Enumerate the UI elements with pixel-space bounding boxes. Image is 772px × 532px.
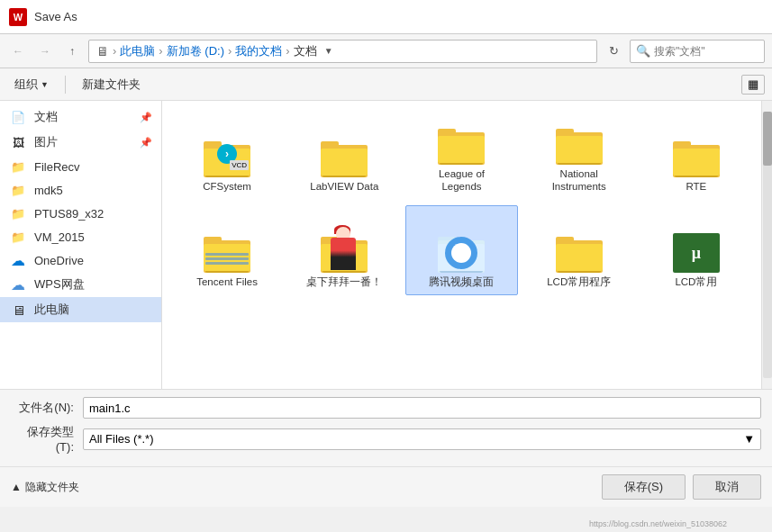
toolbar-separator <box>65 76 66 94</box>
new-folder-button[interactable]: 新建文件夹 <box>75 74 148 95</box>
file-item-national[interactable]: National Instruments <box>523 110 635 200</box>
file-item-labview[interactable]: LabVIEW Data <box>288 110 400 200</box>
file-label-labview: LabVIEW Data <box>310 181 378 194</box>
scrollbar-track <box>763 112 772 378</box>
file-item-lcd1[interactable]: LCD常用程序 <box>523 205 635 295</box>
wps-icon: ☁ <box>9 277 27 292</box>
path-part-4: 文档 <box>294 43 317 59</box>
mu-icon: μ <box>673 233 720 273</box>
back-button[interactable]: ← <box>7 41 29 62</box>
filename-label: 文件名(N): <box>11 400 83 416</box>
pc-icon: 🖥 <box>9 302 27 317</box>
save-buttons-group: 保存(S) 取消 <box>602 474 761 500</box>
file-label-anime: 桌下拜拜一番！ <box>306 276 382 289</box>
file-label-lcd1: LCD常用程序 <box>547 276 611 289</box>
search-icon: 🔍 <box>636 44 650 58</box>
app-icon: W <box>9 8 27 26</box>
bottom-fields-area: 文件名(N): 保存类型(T): All Files (*.*) ▼ <box>0 389 772 466</box>
filetype-dropdown[interactable]: All Files (*.*) ▼ <box>83 428 761 450</box>
sidebar-label-vm2015: VM_2015 <box>34 230 152 244</box>
save-button[interactable]: 保存(S) <box>602 474 686 500</box>
folder-icon-vm2015: 📁 <box>9 230 27 244</box>
search-box: 🔍 <box>630 40 765 63</box>
toolbar: 组织 ▼ 新建文件夹 ▦ <box>0 68 772 101</box>
sidebar-label-onedrive: OneDrive <box>34 254 152 267</box>
file-item-league[interactable]: League of Legends <box>405 110 517 200</box>
folder-icon-ptus89: 📁 <box>9 206 27 221</box>
sidebar-label-ptus89: PTUS89_x32 <box>34 207 152 221</box>
sidebar-item-vm2015[interactable]: 📁 VM_2015 <box>0 225 161 248</box>
sidebar-label-wpsdisk: WPS网盘 <box>34 276 152 293</box>
file-label-cfsystem: CFSystem <box>203 181 251 194</box>
sidebar-item-documents[interactable]: 📄 文档 📌 <box>0 104 161 130</box>
path-part-3[interactable]: 我的文档 <box>235 43 282 59</box>
sidebar-item-wpsdisk[interactable]: ☁ WPS网盘 <box>0 272 161 297</box>
file-item-anime[interactable]: 桌下拜拜一番！ <box>288 205 400 295</box>
filetype-row: 保存类型(T): All Files (*.*) ▼ <box>11 424 761 454</box>
anime-overlay <box>321 237 368 273</box>
title-bar: W Save As <box>0 0 772 34</box>
address-path: 🖥 › 此电脑 › 新加卷 (D:) › 我的文档 › 文档 ▼ <box>88 40 597 63</box>
file-label-rte: RTE <box>686 181 706 194</box>
file-label-qqbrowser: 腾讯视频桌面 <box>429 276 494 289</box>
qq-icon <box>445 237 477 269</box>
sidebar-label-pictures: 图片 <box>34 134 132 150</box>
pin-icon-pictures: 📌 <box>140 137 152 149</box>
file-label-national: National Instruments <box>539 168 620 194</box>
search-input[interactable] <box>654 45 758 58</box>
dropdown-arrow-icon: ▼ <box>743 432 755 446</box>
document-icon: 📄 <box>9 110 27 124</box>
picture-icon: 🖼 <box>9 135 27 149</box>
scrollbar[interactable] <box>761 101 772 389</box>
refresh-button[interactable]: ↻ <box>603 41 624 62</box>
chevron-up-icon: ▲ <box>11 481 22 493</box>
onedrive-icon: ☁ <box>9 253 27 267</box>
sidebar: 📄 文档 📌 🖼 图片 📌 📁 FileRecv 📁 mdk5 📁 PTUS89… <box>0 101 162 389</box>
watermark: https://blog.csdn.net/weixin_51038062 <box>589 519 727 528</box>
main-area: 📄 文档 📌 🖼 图片 📌 📁 FileRecv 📁 mdk5 📁 PTUS89… <box>0 101 772 389</box>
sidebar-item-thispc[interactable]: 🖥 此电脑 <box>0 297 161 322</box>
sidebar-label-filerecv: FileRecv <box>34 160 152 174</box>
scrollbar-thumb[interactable] <box>763 112 772 166</box>
pin-icon-documents: 📌 <box>140 112 152 123</box>
sidebar-item-ptus89[interactable]: 📁 PTUS89_x32 <box>0 202 161 225</box>
file-grid: › VCD CFSystem LabVIEW Data <box>162 101 761 389</box>
folder-icon-mdk5: 📁 <box>9 183 27 197</box>
sidebar-label-documents: 文档 <box>34 109 132 125</box>
sidebar-item-mdk5[interactable]: 📁 mdk5 <box>0 178 161 202</box>
vcd-badge: VCD <box>230 160 249 170</box>
sidebar-item-filerecv[interactable]: 📁 FileRecv <box>0 155 161 178</box>
file-item-rte[interactable]: RTE <box>640 110 752 200</box>
sidebar-item-onedrive[interactable]: ☁ OneDrive <box>0 248 161 272</box>
file-label-tencent: Tencent Files <box>196 276 258 289</box>
path-part-2[interactable]: 新加卷 (D:) <box>167 43 224 59</box>
path-icon: 🖥 <box>96 44 109 59</box>
sidebar-item-pictures[interactable]: 🖼 图片 📌 <box>0 130 161 155</box>
filename-input[interactable] <box>83 397 761 419</box>
organize-button[interactable]: 组织 ▼ <box>7 74 56 95</box>
path-part-1[interactable]: 此电脑 <box>120 43 155 59</box>
folder-icon-filerecv: 📁 <box>9 159 27 174</box>
file-label-league: League of Legends <box>421 168 502 194</box>
cancel-button[interactable]: 取消 <box>693 474 761 500</box>
file-label-lcd2: LCD常用 <box>675 276 717 289</box>
address-bar: ← → ↑ 🖥 › 此电脑 › 新加卷 (D:) › 我的文档 › 文档 ▼ ↻… <box>0 34 772 68</box>
sidebar-label-thispc: 此电脑 <box>34 302 152 318</box>
view-toggle-button[interactable]: ▦ <box>741 75 765 95</box>
sidebar-label-mdk5: mdk5 <box>34 184 152 197</box>
up-button[interactable]: ↑ <box>61 41 83 62</box>
file-item-tencent[interactable]: Tencent Files <box>171 205 283 295</box>
file-item-lcd2[interactable]: μ LCD常用 <box>640 205 752 295</box>
hide-folders-toggle[interactable]: ▲ 隐藏文件夹 <box>11 480 79 495</box>
file-item-cfsystem[interactable]: › VCD CFSystem <box>171 110 283 200</box>
dialog-title: Save As <box>34 10 77 23</box>
save-row: ▲ 隐藏文件夹 保存(S) 取消 <box>0 466 772 507</box>
file-item-qqbrowser[interactable]: 腾讯视频桌面 <box>405 205 517 295</box>
forward-button[interactable]: → <box>34 41 56 62</box>
filetype-label: 保存类型(T): <box>11 424 83 454</box>
folder-stripes <box>205 253 249 271</box>
filename-row: 文件名(N): <box>11 397 761 419</box>
